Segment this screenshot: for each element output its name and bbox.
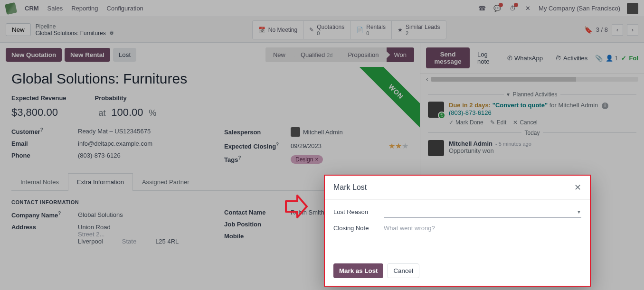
lost-reason-label: Lost Reason xyxy=(333,208,376,215)
mark-as-lost-button[interactable]: Mark as Lost xyxy=(333,263,383,278)
lost-reason-select[interactable]: ▼ xyxy=(384,208,581,218)
closing-note-input[interactable] xyxy=(384,225,581,243)
closing-note-label: Closing Note xyxy=(333,225,376,232)
close-icon[interactable]: ✕ xyxy=(574,182,581,193)
annotation-arrow xyxy=(284,194,308,221)
cancel-button[interactable]: Cancel xyxy=(387,263,419,278)
chevron-down-icon[interactable]: ▼ xyxy=(577,209,581,215)
mark-lost-modal: Mark Lost ✕ Lost Reason ▼ Closing Note M… xyxy=(324,175,591,287)
modal-title: Mark Lost xyxy=(333,183,367,192)
lost-reason-input[interactable] xyxy=(384,208,581,218)
